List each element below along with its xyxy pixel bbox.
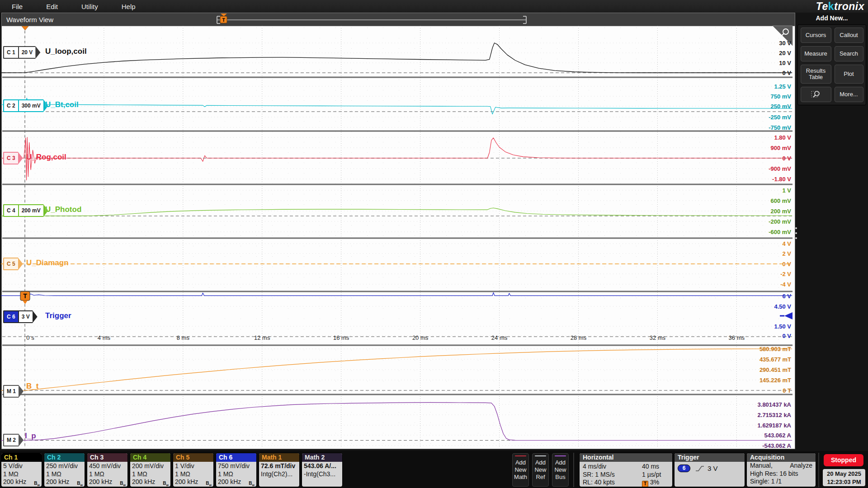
run-stop-button[interactable]: Stopped — [824, 454, 863, 466]
acquisition-panel[interactable]: Acquisition Manual,Analyze High Res: 16 … — [747, 453, 816, 487]
badge-scale-cell: 200 mV — [18, 205, 43, 216]
axis-label-M2: -543.062 A — [762, 442, 791, 449]
add-new-ref-button[interactable]: AddNewRef — [532, 453, 549, 487]
horizontal-row: 4 ms/div40 ms — [580, 463, 672, 471]
channel-card-row: 200 mV/div — [132, 462, 169, 470]
channel-card-body: 250 mV/div1 MΩ200 kHzBw — [44, 462, 85, 487]
bottom-settings-bar: Horizontal 4 ms/div40 msSR: 1 MS/s1 µs/p… — [0, 451, 868, 488]
menu-edit[interactable]: Edit — [42, 1, 62, 12]
trigger-panel[interactable]: Trigger 6 3 V — [675, 453, 745, 487]
date-value: 20 May 2025 — [823, 470, 865, 478]
channel-card-ch4[interactable]: Ch 4200 mV/div1 MΩ200 kHzBw — [130, 453, 170, 487]
channel-card-row: 200 kHzBw — [89, 478, 126, 486]
bandwidth-icon: Bw — [77, 479, 83, 487]
channel-card-ch5[interactable]: Ch 51 V/div1 MΩ200 kHzBw — [173, 453, 213, 487]
menu-help[interactable]: Help — [117, 1, 140, 12]
time-tick-label: 36 ms — [729, 334, 745, 341]
zoom-mode-button[interactable] — [801, 87, 831, 102]
channel-name-C6: Trigger — [45, 311, 71, 320]
time-tick-label: 20 ms — [412, 334, 428, 341]
datetime-display: 20 May 2025 12:23:03 PM — [823, 469, 865, 486]
axis-label-M2: 1.629187 kA — [758, 422, 791, 429]
badge-channel-cell: C 1 — [4, 47, 18, 58]
channel-card-header: Ch 5 — [173, 453, 213, 462]
channel-card-math2[interactable]: Math 2543.06 A/...-Intg(Ch3... — [302, 453, 342, 487]
axis-label-C4: -200 mV — [769, 218, 791, 225]
splitter-grip[interactable] — [794, 227, 797, 239]
channel-badge-C4[interactable]: C 4200 mV — [3, 204, 43, 217]
badge-channel-cell: C 5 — [4, 258, 18, 269]
callout-button[interactable]: Callout — [835, 28, 863, 43]
time-tick-label: 0 s — [26, 334, 34, 341]
channel-badge-C6[interactable]: C 63 V — [3, 310, 33, 323]
menu-utility[interactable]: Utility — [77, 1, 103, 12]
plot-button[interactable]: Plot — [835, 65, 863, 84]
waveform-view-window: Waveform View — [1, 13, 795, 449]
channel-card-math1[interactable]: Math 172.6 mT/divIntg(Ch2)... — [259, 453, 299, 487]
channel-name-C4: U_Photod — [45, 205, 81, 214]
axis-label-M1: 0 T — [783, 387, 791, 394]
channel-card-body: 543.06 A/...-Intg(Ch3... — [302, 462, 342, 479]
channel-card-row: 200 kHzBw — [46, 478, 83, 486]
axis-label-C1: 30 V — [779, 40, 791, 47]
channel-badge-C2[interactable]: C 2300 mV — [3, 99, 43, 112]
axis-label-C4: 600 mV — [770, 197, 791, 204]
bandwidth-icon: Bw — [163, 479, 169, 487]
add-new-bus-button[interactable]: AddNewBus — [552, 453, 569, 487]
axis-label-C5: 4 V — [782, 240, 791, 247]
channel-card-ch3[interactable]: Ch 3450 mV/div1 MΩ200 kHzBw — [87, 453, 127, 487]
logo-k-accent: k — [828, 0, 834, 12]
time-tick-label: 12 ms — [254, 334, 270, 341]
channel-badge-M1[interactable]: M 1 — [3, 385, 19, 398]
axis-label-C1: 10 V — [779, 60, 791, 66]
channel-card-header: Ch 4 — [130, 453, 170, 462]
add-new-header: Add New... — [797, 14, 866, 22]
add-new-math-button[interactable]: AddNewMath — [512, 453, 529, 487]
channel-name-M1: B_t — [26, 382, 38, 391]
graticule[interactable] — [2, 26, 794, 449]
bandwidth-icon: Bw — [34, 479, 40, 487]
channel-card-body: 750 mV/div1 MΩ200 kHzBw — [216, 462, 256, 487]
channel-card-row: 1 V/div — [175, 462, 212, 470]
magnifier-icon — [811, 90, 821, 99]
channel-badge-M2[interactable]: M 2 — [3, 434, 19, 446]
channel-card-ch1[interactable]: Ch 15 V/div1 MΩ200 kHzBw — [1, 453, 42, 487]
axis-label-C5: 0 V — [782, 261, 791, 267]
axis-label-C2: -250 mV — [769, 114, 791, 121]
add-new-accent — [515, 455, 526, 456]
badge-channel-cell: M 2 — [4, 435, 19, 446]
channel-card-ch2[interactable]: Ch 2250 mV/div1 MΩ200 kHzBw — [44, 453, 85, 487]
badge-channel-cell: C 3 — [4, 153, 18, 164]
channel-name-C5: U_Diamagn — [26, 258, 69, 267]
axis-label-M1: 580.903 mT — [760, 346, 791, 352]
channel-card-row: 200 kHzBw — [3, 478, 40, 486]
axis-label-C5: -4 V — [780, 281, 791, 288]
channel-badge-C3[interactable]: C 3 — [3, 152, 18, 164]
channel-badge-C1[interactable]: C 120 V — [3, 46, 35, 59]
axis-label-C6: 4.50 V — [774, 303, 791, 310]
measure-button[interactable]: Measure — [801, 46, 831, 61]
menu-bar: FileEditUtilityHelp — [0, 0, 868, 13]
waveform-view-title: Waveform View — [2, 13, 795, 26]
results-table-button[interactable]: Results Table — [801, 65, 831, 84]
axis-label-C3: 900 mV — [770, 145, 791, 151]
menu-file[interactable]: File — [7, 1, 27, 12]
channel-card-row: 72.6 mT/div — [261, 462, 297, 470]
axis-label-C3: -1.80 V — [772, 176, 791, 183]
horizontal-panel[interactable]: Horizontal 4 ms/div40 msSR: 1 MS/s1 µs/p… — [580, 453, 672, 487]
axis-label-M1: 435.677 mT — [760, 356, 791, 363]
acq-single: Single: 1 /1 — [747, 478, 816, 486]
channel-card-ch6[interactable]: Ch 6750 mV/div1 MΩ200 kHzBw — [216, 453, 256, 487]
acq-resolution: High Res: 16 bits — [747, 470, 816, 478]
cursors-button[interactable]: Cursors — [801, 28, 831, 43]
more-button[interactable]: More... — [835, 87, 863, 102]
channel-card-row: 1 MΩ — [89, 470, 126, 479]
channel-name-M2: I_p — [25, 432, 36, 441]
axis-label-C5: -2 V — [780, 271, 791, 277]
axis-label-C6: 0 V — [782, 333, 791, 339]
bandwidth-icon: Bw — [206, 479, 212, 487]
time-value: 12:23:03 PM — [823, 478, 865, 486]
channel-badge-C5[interactable]: C 5 — [3, 258, 18, 270]
axis-label-C1: 20 V — [779, 50, 791, 56]
search-button[interactable]: Search — [835, 46, 863, 61]
